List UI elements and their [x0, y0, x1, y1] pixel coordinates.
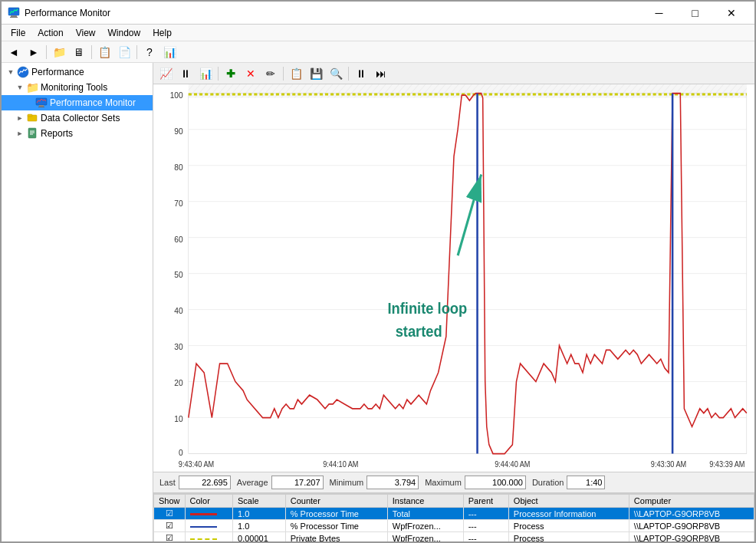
chart-view-btn[interactable]: 📈	[156, 65, 175, 82]
sidebar-item-performance-monitor[interactable]: Performance Monitor	[2, 95, 153, 110]
duration-value[interactable]	[567, 476, 605, 489]
svg-point-4	[18, 67, 28, 77]
svg-rect-6	[39, 105, 44, 107]
sidebar-item-reports[interactable]: ► Reports	[2, 126, 153, 141]
new-window-button[interactable]: 📋	[95, 44, 113, 61]
sep3	[136, 45, 137, 59]
stats-bar: Last Average Minimum Maximum Duration	[153, 472, 754, 493]
svg-rect-7	[38, 107, 44, 107]
col-computer: Computer	[629, 495, 754, 508]
sep2	[91, 45, 92, 59]
row-object: Process	[508, 532, 629, 544]
menu-window[interactable]: Window	[102, 26, 147, 40]
minimum-label: Minimum	[330, 478, 364, 487]
menu-file[interactable]: File	[5, 26, 31, 40]
title-bar: Performance Monitor ─ □ ✕	[2, 2, 754, 25]
row-object: Processor Information	[508, 508, 629, 520]
row-parent: ---	[463, 532, 508, 544]
average-value[interactable]	[271, 476, 324, 489]
up-button[interactable]: 📁	[50, 44, 68, 61]
row-counter: % Processor Time	[285, 508, 387, 520]
svg-text:20: 20	[174, 378, 182, 388]
edit-counter-btn[interactable]: ✏	[261, 65, 280, 82]
minimize-button[interactable]: ─	[642, 5, 676, 21]
table-row[interactable]: ☑ 0.00001 Private Bytes WpfFrozen... ---…	[154, 532, 754, 544]
window: Performance Monitor ─ □ ✕ File Action Vi…	[0, 0, 756, 543]
row-color	[185, 520, 232, 532]
table-row[interactable]: ☑ 1.0 % Processor Time Total --- Process…	[154, 508, 754, 520]
row-color	[185, 508, 232, 520]
maximize-button[interactable]: □	[678, 5, 712, 21]
sidebar-item-data-collector-sets[interactable]: ► Data Collector Sets	[2, 110, 153, 126]
row-computer: \\LAPTOP-G9ORP8VB	[629, 520, 754, 532]
minimum-value[interactable]	[366, 476, 419, 489]
window-title: Performance Monitor	[25, 8, 642, 18]
sidebar: ▼ Performance ▼ 📁 Monitoring Tools	[2, 63, 153, 543]
main-toolbar: ◄ ► 📁 🖥 📋 📄 ? 📊	[2, 41, 754, 63]
col-parent: Parent	[463, 495, 508, 508]
performance-icon	[17, 66, 29, 78]
row-parent: ---	[463, 508, 508, 520]
col-instance: Instance	[387, 495, 463, 508]
svg-text:60: 60	[174, 234, 182, 244]
col-object: Object	[508, 495, 629, 508]
save-btn[interactable]: 💾	[307, 65, 325, 82]
add-counter-btn[interactable]: ✚	[222, 65, 240, 82]
expand-icon-mt: ▼	[14, 81, 26, 94]
last-value[interactable]	[179, 476, 231, 489]
sidebar-item-monitoring-tools[interactable]: ▼ 📁 Monitoring Tools	[2, 80, 153, 95]
stat-duration: Duration	[532, 476, 606, 489]
pause-btn[interactable]: ⏸	[352, 65, 370, 82]
menu-help[interactable]: Help	[146, 26, 178, 40]
stat-average: Average	[237, 476, 324, 489]
help-button[interactable]: ?	[140, 44, 159, 61]
menu-bar: File Action View Window Help	[2, 25, 754, 41]
col-show: Show	[154, 495, 186, 508]
svg-text:80: 80	[174, 162, 182, 172]
row-show[interactable]: ☑	[154, 508, 186, 520]
col-scale: Scale	[233, 495, 286, 508]
menu-view[interactable]: View	[70, 26, 102, 40]
row-computer: \\LAPTOP-G9ORP8VB	[629, 508, 754, 520]
performance-monitor-label: Performance Monitor	[50, 97, 136, 108]
col-counter: Counter	[285, 495, 387, 508]
main-layout: ▼ Performance ▼ 📁 Monitoring Tools	[2, 63, 754, 543]
svg-text:9:43:39 AM: 9:43:39 AM	[709, 460, 744, 469]
expand-space	[23, 97, 35, 109]
next-btn[interactable]: ⏭	[372, 65, 390, 82]
chart-type-btn[interactable]: 📊	[196, 65, 215, 82]
row-counter: % Processor Time	[285, 520, 387, 532]
content-area: 📈 ⏸ 📊 ✚ ✕ ✏ 📋 💾 🔍 ⏸ ⏭	[153, 63, 754, 543]
svg-text:30: 30	[174, 342, 182, 352]
chart-sep2	[283, 67, 284, 81]
forward-button[interactable]: ►	[25, 44, 43, 61]
chart-sep1	[218, 67, 219, 81]
sidebar-performance-label: Performance	[31, 67, 84, 77]
close-button[interactable]: ✕	[714, 5, 748, 21]
row-computer: \\LAPTOP-G9ORP8VB	[629, 532, 754, 544]
row-show[interactable]: ☑	[154, 532, 186, 544]
show-hide-button[interactable]: 🖥	[70, 44, 88, 61]
svg-rect-19	[189, 84, 747, 98]
row-show[interactable]: ☑	[154, 520, 186, 532]
back-button[interactable]: ◄	[5, 44, 23, 61]
svg-rect-9	[28, 114, 32, 117]
zoom-btn[interactable]: 🔍	[327, 65, 345, 82]
maximum-value[interactable]	[465, 476, 526, 489]
copy-image-btn[interactable]: 📋	[287, 65, 305, 82]
question-button[interactable]: 📊	[160, 44, 179, 61]
menu-action[interactable]: Action	[31, 26, 69, 40]
svg-text:9:43:40 AM: 9:43:40 AM	[179, 460, 214, 469]
freeze-btn[interactable]: ⏸	[176, 65, 195, 82]
sidebar-item-performance[interactable]: ▼ Performance	[2, 64, 153, 80]
reports-label: Reports	[41, 128, 73, 139]
row-instance: WpfFrozen...	[387, 520, 463, 532]
remove-counter-btn[interactable]: ✕	[242, 65, 260, 82]
properties-button[interactable]: 📄	[115, 44, 133, 61]
col-color: Color	[185, 495, 232, 508]
row-color	[185, 532, 232, 544]
app-icon	[8, 7, 20, 19]
svg-rect-2	[11, 15, 17, 17]
chart-sep3	[348, 67, 349, 81]
table-row[interactable]: ☑ 1.0 % Processor Time WpfFrozen... --- …	[154, 520, 754, 532]
